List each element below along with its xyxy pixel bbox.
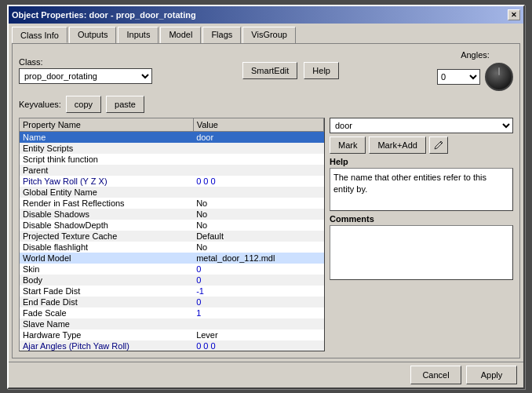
tab-flags[interactable]: Flags (202, 27, 241, 43)
tab-model[interactable]: Model (160, 27, 201, 43)
property-name-cell: World Model (20, 253, 193, 264)
property-name-cell: Projected Texture Cache (20, 231, 193, 242)
table-row[interactable]: Body0 (20, 275, 324, 286)
property-name-cell: Ajar Angles (Pitch Yaw Roll) (20, 340, 193, 351)
property-value-cell: No (193, 209, 323, 220)
table-row[interactable]: Global Entity Name (20, 187, 324, 198)
class-angles-row: Class: prop_door_rotating SmartEdit Help… (19, 50, 513, 91)
table-row[interactable]: Entity Scripts (20, 143, 324, 154)
property-value-cell (193, 165, 323, 176)
property-name-cell: Render in Fast Reflections (20, 198, 193, 209)
class-label: Class: (19, 57, 152, 67)
property-name-cell: Pitch Yaw Roll (Y Z X) (20, 176, 193, 187)
property-name-cell: End Fade Dist (20, 297, 193, 307)
table-row[interactable]: Render in Fast ReflectionsNo (20, 198, 324, 209)
property-name-cell: Script think function (20, 154, 193, 165)
left-panel: Property Name Value NamedoorEntity Scrip… (19, 118, 325, 351)
property-value-cell: -1 (193, 286, 323, 297)
property-value-cell: Lever (193, 329, 323, 340)
table-row[interactable]: Skin0 (20, 264, 324, 275)
property-value-cell: 0 0 0 (193, 340, 323, 351)
table-row[interactable]: Slave Name (20, 318, 324, 329)
property-value-cell: 0 (193, 264, 323, 275)
window-title: Object Properties: door - prop_door_rota… (12, 10, 508, 20)
property-name-cell: Name (20, 131, 193, 143)
help-box: Help The name that other entities refer … (330, 157, 513, 211)
close-button[interactable]: ✕ (508, 9, 520, 20)
property-name-cell: Body (20, 275, 193, 286)
table-row[interactable]: World Modelmetal_door_112.mdl (20, 253, 324, 264)
property-value-cell (193, 187, 323, 198)
comments-textarea[interactable] (330, 225, 513, 280)
table-row[interactable]: Fade Scale1 (20, 307, 324, 318)
table-row[interactable]: Start Fade Dist-1 (20, 286, 324, 297)
apply-button[interactable]: Apply (466, 366, 517, 384)
comments-label: Comments (330, 214, 513, 224)
property-name-cell: Hardware Type (20, 329, 193, 340)
property-name-cell: Disable Shadows (20, 209, 193, 220)
property-value-cell: No (193, 242, 323, 253)
tab-content: Class: prop_door_rotating SmartEdit Help… (12, 43, 520, 358)
table-row[interactable]: Namedoor (20, 131, 324, 143)
angles-select[interactable]: 0 (437, 69, 480, 85)
eyedropper-button[interactable] (429, 136, 448, 154)
tab-visgroup[interactable]: VisGroup (242, 27, 296, 43)
property-value-cell: Default (193, 231, 323, 242)
property-name-cell: Global Entity Name (20, 187, 193, 198)
keyvalues-label: Keyvalues: (19, 100, 61, 109)
smart-edit-button[interactable]: SmartEdit (242, 62, 297, 79)
property-name-cell: Parent (20, 165, 193, 176)
tab-inputs[interactable]: Inputs (118, 27, 159, 43)
copy-button[interactable]: copy (66, 96, 101, 113)
property-value-cell: door (193, 131, 323, 143)
table-row[interactable]: Pitch Yaw Roll (Y Z X)0 0 0 (20, 176, 324, 187)
keyvalues-row: Keyvalues: copy paste (19, 96, 513, 113)
main-area: Property Name Value NamedoorEntity Scrip… (19, 118, 513, 351)
comments-box: Comments (330, 214, 513, 351)
angles-input-wrapper: 0 (437, 69, 480, 85)
property-value-cell: metal_door_112.mdl (193, 253, 323, 264)
tab-class-info[interactable]: Class Info (12, 27, 67, 43)
paste-button[interactable]: paste (106, 96, 144, 113)
property-value-cell: 0 (193, 275, 323, 286)
value-input-wrapper: door (330, 118, 513, 133)
table-row[interactable]: Disable ShadowDepthNo (20, 220, 324, 231)
table-row[interactable]: Projected Texture CacheDefault (20, 231, 324, 242)
property-value-cell: No (193, 220, 323, 231)
help-text: The name that other entities refer to th… (330, 168, 513, 211)
bottom-bar: Cancel Apply (9, 362, 523, 388)
property-value-cell (193, 318, 323, 329)
tab-outputs[interactable]: Outputs (69, 27, 117, 43)
class-select[interactable]: prop_door_rotating (19, 68, 152, 84)
table-row[interactable]: Parent (20, 165, 324, 176)
angle-dial[interactable] (485, 63, 513, 91)
property-name-cell: Start Fade Dist (20, 286, 193, 297)
property-name-cell: Skin (20, 264, 193, 275)
value-row: door (330, 118, 513, 133)
property-value-cell: 0 (193, 297, 323, 307)
property-name-cell: Disable ShadowDepth (20, 220, 193, 231)
eyedropper-icon (433, 140, 444, 151)
col-value: Value (193, 118, 323, 132)
table-container[interactable]: Property Name Value NamedoorEntity Scrip… (19, 118, 325, 351)
right-panel: door Mark Mark+Add Hel (330, 118, 513, 351)
table-row[interactable]: Hardware TypeLever (20, 329, 324, 340)
table-row[interactable]: Ajar Angles (Pitch Yaw Roll)0 0 0 (20, 340, 324, 351)
value-select[interactable]: door (330, 118, 513, 133)
table-row[interactable]: Script think function (20, 154, 324, 165)
table-row[interactable]: Disable flashlightNo (20, 242, 324, 253)
property-name-cell: Disable flashlight (20, 242, 193, 253)
property-value-cell (193, 154, 323, 165)
table-row[interactable]: Disable ShadowsNo (20, 209, 324, 220)
tabs-row: Class Info Outputs Inputs Model Flags Vi… (9, 24, 523, 43)
help-button[interactable]: Help (304, 62, 339, 79)
table-row[interactable]: End Fade Dist0 (20, 297, 324, 307)
mark-add-button[interactable]: Mark+Add (369, 136, 425, 154)
mark-button[interactable]: Mark (330, 136, 366, 154)
property-value-cell: 1 (193, 307, 323, 318)
help-section-label: Help (330, 157, 513, 166)
action-buttons: Mark Mark+Add (330, 136, 513, 154)
cancel-button[interactable]: Cancel (410, 366, 461, 384)
property-value-cell: No (193, 198, 323, 209)
property-name-cell: Slave Name (20, 318, 193, 329)
